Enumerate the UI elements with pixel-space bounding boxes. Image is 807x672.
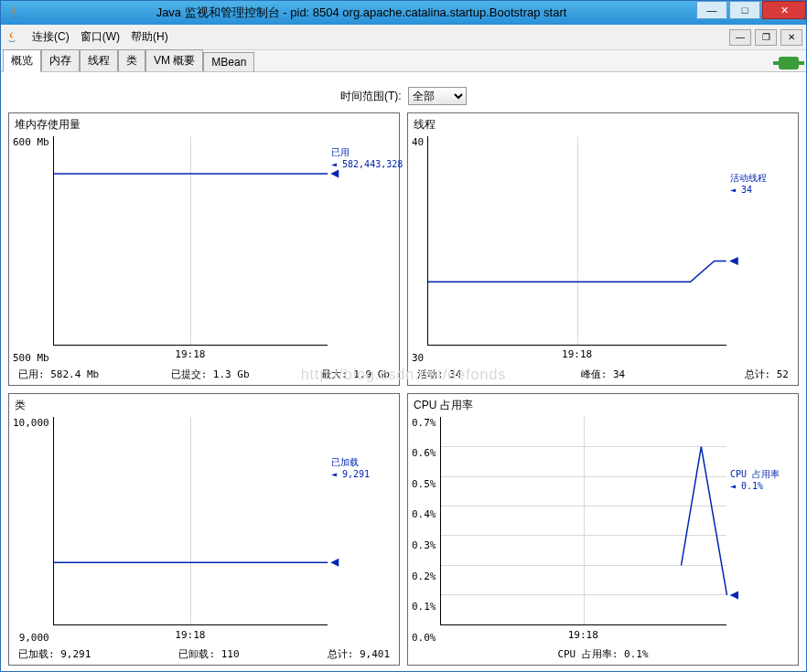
- menu-connect[interactable]: 连接(C): [27, 26, 75, 48]
- tab-mbeans[interactable]: MBean: [203, 52, 254, 71]
- stats-row: 已用: 582.4 Mb已提交: 1.3 Gb最大: 1.9 Gb: [13, 364, 395, 381]
- x-axis: 19:18: [427, 346, 726, 364]
- stat-item: 最大: 1.9 Gb: [321, 368, 390, 381]
- y-axis: 4030: [412, 136, 427, 364]
- time-range-label: 时间范围(T):: [340, 90, 402, 102]
- legend-label: CPU 占用率: [730, 468, 794, 481]
- y-tick: 0.0%: [412, 632, 436, 644]
- y-tick: 0.1%: [412, 601, 436, 613]
- chart-title: 类: [13, 396, 395, 417]
- y-tick: 500 Mb: [13, 352, 49, 364]
- legend-value: ◄ 9,291: [331, 469, 395, 479]
- stats-row: 活动: 34峰值: 34总计: 52: [412, 364, 794, 381]
- y-tick: 0.6%: [412, 447, 436, 459]
- legend: 活动线程◄ 34: [726, 136, 794, 364]
- y-tick: 0.2%: [412, 571, 436, 582]
- y-axis: 10,0009,000: [13, 417, 53, 645]
- chart-title: 堆内存使用量: [13, 115, 395, 136]
- chart-title: CPU 占用率: [412, 396, 794, 417]
- chart-panel-3: CPU 占用率0.7%0.6%0.5%0.4%0.3%0.2%0.1%0.0%1…: [407, 393, 799, 667]
- stat-item: 已用: 582.4 Mb: [18, 368, 99, 381]
- minimize-button[interactable]: —: [696, 1, 727, 19]
- java-icon: [6, 5, 23, 21]
- window-title: Java 监视和管理控制台 - pid: 8504 org.apache.cat…: [28, 5, 694, 21]
- plot-area[interactable]: [53, 417, 328, 626]
- legend-label: 已用: [331, 146, 395, 159]
- tab-classes[interactable]: 类: [118, 49, 145, 71]
- stats-row: 已加载: 9,291已卸载: 110总计: 9,401: [13, 644, 395, 661]
- stat-item: 已加载: 9,291: [18, 647, 91, 661]
- y-tick: 0.5%: [412, 478, 436, 490]
- chart-grid: 堆内存使用量600 Mb500 Mb19:18已用◄ 582,443,328已用…: [8, 112, 799, 666]
- stats-row: CPU 占用率: 0.1%: [412, 644, 794, 661]
- chart-panel-2: 类10,0009,00019:18已加载◄ 9,291已加载: 9,291已卸载…: [8, 393, 400, 667]
- x-axis: 19:18: [53, 625, 328, 644]
- y-tick: 9,000: [19, 632, 49, 644]
- maximize-button[interactable]: □: [729, 1, 760, 19]
- y-tick: 40: [412, 136, 424, 148]
- plot-area[interactable]: [53, 136, 328, 346]
- chart-area: 0.7%0.6%0.5%0.4%0.3%0.2%0.1%0.0%19:18CPU…: [412, 417, 794, 645]
- time-range-row: 时间范围(T): 全部: [8, 87, 799, 105]
- java-icon: [5, 30, 19, 45]
- tab-memory[interactable]: 内存: [41, 49, 80, 71]
- plot-area[interactable]: [440, 417, 727, 626]
- chart-panel-1: 线程403019:18活动线程◄ 34活动: 34峰值: 34总计: 52: [407, 112, 799, 386]
- time-range-select[interactable]: 全部: [408, 87, 467, 105]
- stat-item: 峰值: 34: [581, 368, 626, 381]
- legend: 已加载◄ 9,291: [328, 417, 395, 645]
- legend: CPU 占用率◄ 0.1%: [726, 417, 794, 645]
- window-titlebar: Java 监视和管理控制台 - pid: 8504 org.apache.cat…: [1, 1, 806, 25]
- tab-threads[interactable]: 线程: [80, 49, 118, 71]
- connection-status-icon: [779, 57, 799, 69]
- chart-area: 600 Mb500 Mb19:18已用◄ 582,443,328: [13, 136, 395, 364]
- plot-area[interactable]: [427, 136, 726, 346]
- tab-overview[interactable]: 概览: [3, 49, 41, 72]
- close-button[interactable]: ✕: [762, 1, 806, 19]
- x-axis: 19:18: [53, 346, 328, 364]
- tabbar: 概览 内存 线程 类 VM 概要 MBean: [1, 50, 806, 72]
- legend-label: 活动线程: [730, 172, 794, 185]
- y-tick: 0.4%: [412, 508, 436, 520]
- stat-item: 已提交: 1.3 Gb: [171, 368, 250, 381]
- y-tick: 600 Mb: [13, 136, 49, 148]
- legend-value: ◄ 0.1%: [730, 481, 794, 491]
- x-axis: 19:18: [440, 625, 727, 644]
- y-axis: 600 Mb500 Mb: [13, 136, 53, 364]
- window-controls: — □ ✕: [694, 1, 806, 25]
- chart-area: 403019:18活动线程◄ 34: [412, 136, 794, 364]
- y-axis: 0.7%0.6%0.5%0.4%0.3%0.2%0.1%0.0%: [412, 417, 440, 645]
- menubar: 连接(C) 窗口(W) 帮助(H) — ❐ ✕: [1, 25, 806, 50]
- sub-close-button[interactable]: ✕: [780, 29, 802, 46]
- stat-item: 总计: 52: [745, 368, 790, 381]
- tab-vmsummary[interactable]: VM 概要: [145, 49, 203, 71]
- y-tick: 30: [412, 352, 424, 364]
- stat-item: 已卸载: 110: [178, 647, 239, 661]
- menu-window[interactable]: 窗口(W): [75, 26, 125, 48]
- stat-item: 活动: 34: [417, 368, 462, 381]
- sub-restore-button[interactable]: ❐: [755, 29, 777, 46]
- legend-value: ◄ 582,443,328: [331, 159, 395, 169]
- y-tick: 0.7%: [412, 417, 436, 429]
- legend-value: ◄ 34: [730, 185, 794, 195]
- chart-title: 线程: [412, 115, 794, 136]
- sub-minimize-button[interactable]: —: [729, 29, 751, 46]
- legend-label: 已加载: [331, 456, 395, 469]
- menu-help[interactable]: 帮助(H): [125, 26, 174, 48]
- chart-area: 10,0009,00019:18已加载◄ 9,291: [13, 417, 395, 645]
- y-tick: 0.3%: [412, 539, 436, 551]
- stat-item: 总计: 9,401: [328, 647, 390, 661]
- content-area: http://blog.csdn.net/defonds 时间范围(T): 全部…: [1, 72, 806, 671]
- chart-panel-0: 堆内存使用量600 Mb500 Mb19:18已用◄ 582,443,328已用…: [8, 112, 400, 386]
- y-tick: 10,000: [13, 417, 49, 429]
- stat-item: CPU 占用率: 0.1%: [557, 647, 648, 661]
